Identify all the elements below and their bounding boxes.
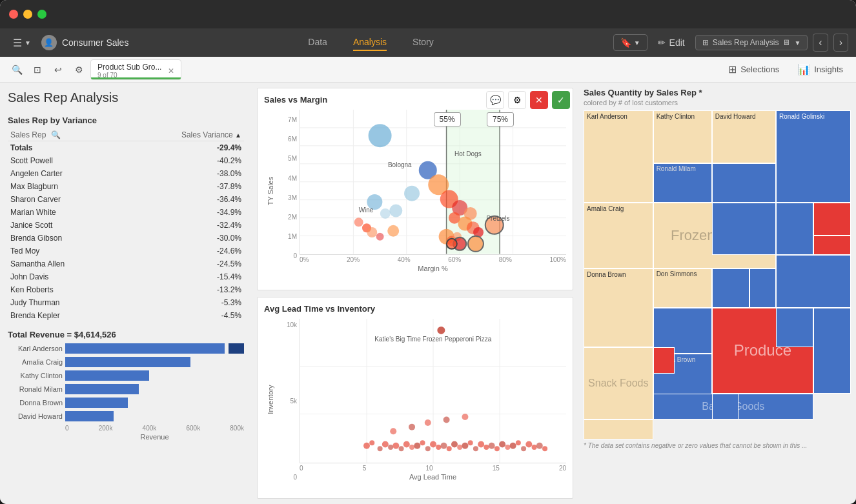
tab-data[interactable]: Data [308, 34, 327, 51]
treemap-cell-empty1[interactable] [712, 163, 776, 203]
treemap-cell-ronald-m[interactable]: Ronald Milam [653, 163, 712, 203]
svg-point-77 [532, 444, 537, 449]
treemap-cell-blue1[interactable] [776, 255, 851, 308]
treemap-cell-sm1[interactable] [712, 394, 739, 420]
treemap-cell-b4[interactable] [813, 308, 851, 394]
treemap-cell-donna-left[interactable]: Donna Brown [584, 268, 653, 347]
lasso-settings-button[interactable]: ⚙ [508, 91, 526, 109]
treemap-cell-amalia[interactable]: Amalia Craig [584, 203, 653, 268]
bar-row: Donna Brown [8, 398, 244, 408]
close-button[interactable] [9, 10, 18, 19]
app-name: Consumer Sales [62, 37, 129, 48]
sales-margin-chart[interactable]: Sales vs Margin 💬 ⚙ ✕ ✓ TY Sales 7M [257, 88, 573, 290]
tab-analysis[interactable]: Analysis [353, 34, 387, 51]
message-button[interactable]: 💬 [486, 91, 504, 109]
svg-point-75 [521, 446, 526, 451]
tooltip-55pct: 55% [434, 112, 461, 126]
treemap-cell-red2[interactable] [813, 236, 851, 256]
scatter-svg [300, 110, 566, 254]
inventory-x-ticks: 05101520 [300, 463, 566, 473]
treemap-cell-red-sm[interactable] [653, 347, 675, 374]
svg-point-79 [542, 446, 547, 451]
svg-point-39 [380, 208, 391, 219]
table-row[interactable]: Scott Powell -40.2% [8, 154, 244, 167]
insights-button[interactable]: 📊 Insights [792, 61, 848, 78]
inventory-title: Avg Lead Time vs Inventory [264, 304, 566, 314]
sheet-tab-close-icon[interactable]: ✕ [168, 66, 174, 76]
treemap-cell-b2[interactable] [749, 268, 776, 308]
menu-center: Data Analysis Story [128, 34, 613, 51]
table-row[interactable]: John Davis -15.4% [8, 270, 244, 283]
table-row[interactable]: Marian White -34.9% [8, 206, 244, 219]
treemap-cell-don[interactable]: Don Simmons [653, 268, 712, 308]
svg-point-53 [403, 441, 410, 447]
select-tool-button[interactable]: ⊡ [28, 61, 46, 79]
svg-point-64 [462, 442, 468, 449]
svg-point-48 [378, 446, 383, 451]
svg-point-45 [437, 326, 445, 334]
treemap-cell-b1[interactable] [712, 268, 749, 308]
sheet-selector[interactable]: ⊞ Sales Rep Analysis 🖥 ▼ [695, 35, 808, 50]
table-row[interactable]: Totals -29.4% [8, 141, 244, 155]
tab-story[interactable]: Story [413, 34, 434, 51]
treemap-cell-snack[interactable]: Snack Foods [584, 347, 653, 419]
app-icon: 👤 [41, 35, 57, 50]
main-content: Sales Rep Analysis Sales Rep by Variance… [0, 83, 856, 504]
scatter-plot-area[interactable]: 55% 75% Bologna Hot Dogs Wine Pretzels [300, 110, 566, 255]
title-bar [0, 0, 856, 28]
svg-point-78 [536, 442, 543, 449]
table-row[interactable]: Angelen Carter -38.0% [8, 167, 244, 180]
table-row[interactable]: Brenda Kepler -4.5% [8, 309, 244, 322]
treemap-cell-red1[interactable] [813, 203, 851, 236]
nav-prev-button[interactable]: ‹ [813, 34, 828, 52]
bookmark-button[interactable]: 🔖 ▼ [613, 34, 647, 51]
svg-point-66 [473, 446, 478, 451]
menu-left: ☰ ▼ 👤 Consumer Sales [8, 33, 128, 53]
svg-point-50 [388, 444, 393, 449]
undo-button[interactable]: ↩ [49, 61, 67, 79]
svg-point-68 [484, 444, 489, 449]
inventory-chart[interactable]: Avg Lead Time vs Inventory Inventory 10k… [257, 297, 573, 499]
fullscreen-button[interactable] [37, 10, 46, 19]
table-row[interactable]: Brenda Gibson -30.0% [8, 232, 244, 245]
settings-tool-button[interactable]: ⚙ [70, 61, 88, 79]
inventory-plot-area[interactable]: Katie's Big Time Frozen Pepperoni Pizza [300, 319, 566, 464]
sheet-tab[interactable]: Product Sub Gro... 9 of 70 ✕ [90, 59, 181, 80]
treemap-cell-karl[interactable]: Karl Anderson [584, 110, 653, 203]
treemap-cell-kathy[interactable]: Kathy Clinton [653, 110, 712, 163]
label-hotdogs: Hot Dogs [454, 150, 482, 157]
svg-point-61 [447, 446, 452, 451]
table-row[interactable]: Janice Scott -32.4% [8, 219, 244, 232]
svg-point-30 [376, 233, 384, 241]
toolbar: 🔍 ⊡ ↩ ⚙ Product Sub Gro... 9 of 70 ✕ ⊞ S… [0, 57, 856, 83]
treemap-cell-sm2[interactable] [584, 419, 653, 439]
svg-point-82 [425, 419, 431, 425]
treemap-cell-david[interactable]: David Howard [712, 110, 776, 163]
edit-button[interactable]: ✏ Edit [653, 35, 690, 50]
hamburger-menu[interactable]: ☰ ▼ [8, 33, 36, 53]
chart-x-label: Revenue [8, 433, 244, 441]
svg-point-32 [354, 217, 363, 227]
search-tool-button[interactable]: 🔍 [8, 61, 26, 79]
search-icon[interactable]: 🔍 [51, 130, 61, 139]
svg-point-34 [468, 236, 484, 252]
table-row[interactable]: Sharon Carver -36.4% [8, 193, 244, 206]
minimize-button[interactable] [23, 10, 32, 19]
svg-point-29 [367, 227, 377, 237]
lasso-cancel-button[interactable]: ✕ [530, 91, 548, 109]
table-row[interactable]: Judy Thurman -5.3% [8, 296, 244, 309]
table-row[interactable]: Samantha Allen -24.5% [8, 257, 244, 270]
treemap-cell-right2[interactable] [712, 203, 776, 256]
treemap-cell-right3[interactable] [776, 203, 813, 256]
sheet-chevron: ▼ [794, 39, 800, 46]
table-row[interactable]: Ted Moy -24.6% [8, 245, 244, 257]
table-row[interactable]: Ken Roberts -13.2% [8, 283, 244, 296]
selections-button[interactable]: ⊞ Selections [723, 61, 784, 78]
treemap-container[interactable]: Karl Anderson Kathy Clinton David Howard… [584, 110, 851, 439]
treemap-cell-ronald-g[interactable]: Ronald Golinski [776, 110, 851, 203]
lasso-confirm-button[interactable]: ✓ [552, 91, 570, 109]
table-row[interactable]: Max Blagburn -37.8% [8, 180, 244, 193]
revenue-section: Total Revenue = $4,614,526 Karl Anderson… [8, 330, 244, 441]
nav-next-button[interactable]: › [833, 34, 848, 52]
treemap-cell-b3[interactable] [776, 308, 813, 347]
